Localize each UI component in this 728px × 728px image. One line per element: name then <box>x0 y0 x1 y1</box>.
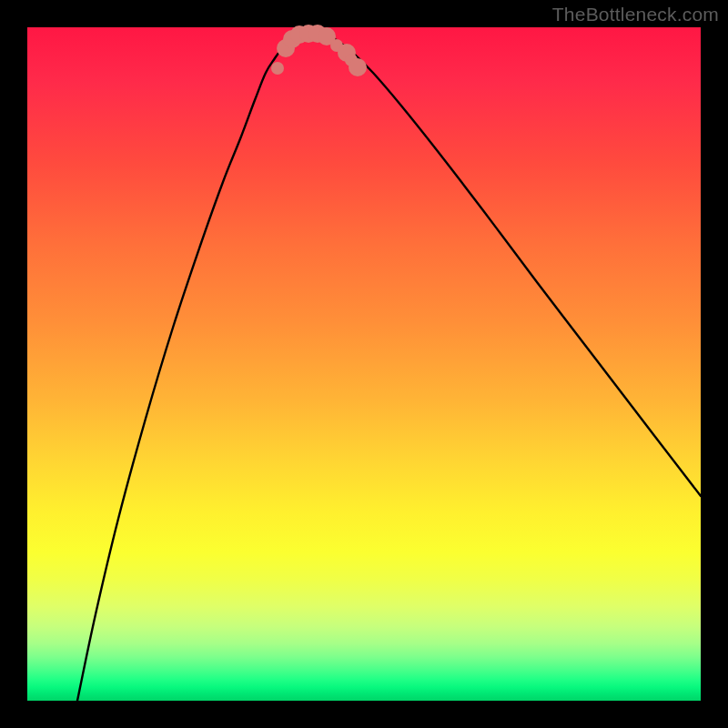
curve-right-branch <box>326 34 701 496</box>
curve-left-branch <box>77 34 297 701</box>
marker-group <box>271 25 367 76</box>
curve-layer <box>27 27 701 701</box>
chart-frame: TheBottleneck.com <box>0 0 728 728</box>
watermark-text: TheBottleneck.com <box>552 4 719 25</box>
data-marker <box>349 58 367 76</box>
plot-area <box>27 27 701 701</box>
data-marker <box>271 62 284 75</box>
